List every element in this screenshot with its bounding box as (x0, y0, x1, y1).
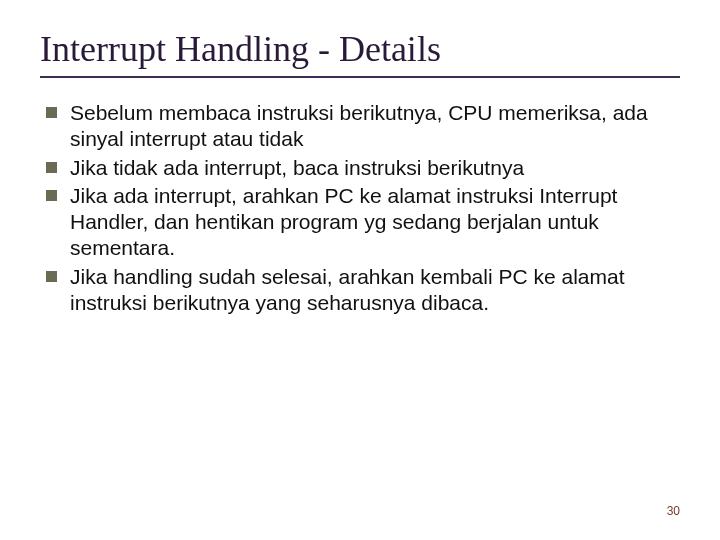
list-item: Jika tidak ada interrupt, baca instruksi… (44, 155, 680, 181)
list-item: Jika handling sudah selesai, arahkan kem… (44, 264, 680, 317)
page-number: 30 (667, 504, 680, 518)
title-underline (40, 76, 680, 78)
bullet-list: Sebelum membaca instruksi berikutnya, CP… (40, 100, 680, 316)
slide-title: Interrupt Handling - Details (40, 28, 680, 70)
list-item: Sebelum membaca instruksi berikutnya, CP… (44, 100, 680, 153)
list-item: Jika ada interrupt, arahkan PC ke alamat… (44, 183, 680, 262)
